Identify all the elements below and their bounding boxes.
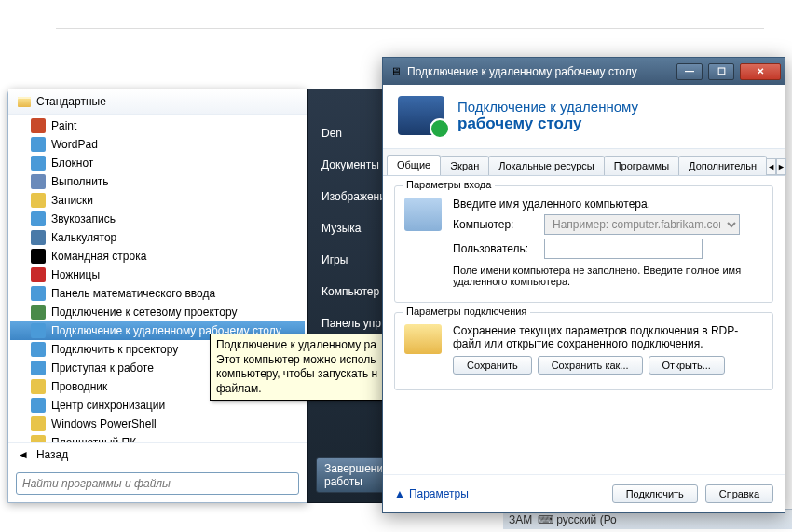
close-button[interactable]: ✕ <box>740 63 781 80</box>
tab[interactable]: Программы <box>604 156 679 175</box>
login-legend: Параметры входа <box>403 179 495 190</box>
folder-open-icon <box>404 324 442 354</box>
maximize-button[interactable]: ☐ <box>708 63 734 80</box>
program-icon <box>31 286 46 301</box>
program-icon <box>31 267 46 282</box>
banner-text: Подключение к удаленному рабочему столу <box>457 99 638 133</box>
lang-label: русский (Ро <box>556 513 617 526</box>
program-icon <box>31 305 46 320</box>
start-menu-item-label: Звукозапись <box>51 212 116 225</box>
tab-scroll-right[interactable]: ► <box>776 158 786 175</box>
computer-icon <box>404 198 442 231</box>
program-icon <box>31 137 46 152</box>
start-menu-item-label: Записки <box>51 194 93 207</box>
save-button[interactable]: Сохранить <box>453 356 532 375</box>
program-icon <box>31 193 46 208</box>
program-icon <box>31 156 46 171</box>
start-menu-item[interactable]: Windows PowerShell <box>10 415 305 433</box>
start-menu-item[interactable]: Записки <box>10 191 305 210</box>
program-icon <box>31 379 46 394</box>
start-menu-item[interactable]: Звукозапись <box>10 210 305 228</box>
start-menu-item-label: Проводник <box>51 380 107 393</box>
login-intro: Введите имя удаленного компьютера. <box>453 198 763 211</box>
search-input[interactable] <box>16 472 299 495</box>
start-menu-item-label: Центр синхронизации <box>51 399 165 412</box>
rdp-banner-icon <box>398 96 444 135</box>
start-menu-item-label: Калькулятор <box>51 231 116 244</box>
start-menu-item-label: Ножницы <box>51 268 100 281</box>
tab[interactable]: Дополнительн <box>678 156 767 175</box>
conn-intro: Сохранение текущих параметров подключени… <box>453 324 763 350</box>
program-icon <box>31 230 46 245</box>
start-menu-item[interactable]: Paint <box>10 116 305 135</box>
tab-body: Параметры входа Введите имя удаленного к… <box>383 176 785 474</box>
minimize-button[interactable]: — <box>676 63 703 80</box>
start-menu-item[interactable]: Подключение к сетевому проектору <box>10 303 305 321</box>
computer-label: Компьютер: <box>453 218 537 231</box>
start-menu-item-label: Выполнить <box>51 175 109 188</box>
caps-indicator: ЗАМ <box>509 513 532 526</box>
start-menu-item[interactable]: Планшетный ПК <box>10 433 305 442</box>
search-wrap <box>16 472 299 495</box>
back-arrow-icon: ◄ <box>18 448 29 461</box>
tooltip-title: Подключение к удаленному ра <box>216 338 399 353</box>
login-groupbox: Параметры входа Введите имя удаленного к… <box>394 185 773 303</box>
start-menu-item[interactable]: Ножницы <box>10 266 305 284</box>
user-input[interactable] <box>544 239 703 259</box>
banner: Подключение к удаленному рабочему столу <box>383 85 785 149</box>
start-menu-item[interactable]: Блокнот <box>10 154 305 172</box>
folder-icon <box>18 97 31 107</box>
params-label: Параметры <box>409 487 469 500</box>
params-toggle[interactable]: ▲ Параметры <box>394 487 469 500</box>
start-menu-item-label: Подключить к проектору <box>51 343 178 356</box>
program-icon <box>31 249 46 264</box>
conn-legend: Параметры подключения <box>403 306 530 317</box>
start-menu-item[interactable]: WordPad <box>10 135 305 154</box>
open-button[interactable]: Открыть... <box>649 356 725 375</box>
keyboard-icon: ⌨ <box>538 513 553 526</box>
program-icon <box>31 342 46 357</box>
start-menu-item[interactable]: Калькулятор <box>10 228 305 247</box>
lang-indicator[interactable]: ⌨ русский (Ро <box>538 513 617 526</box>
start-menu-item-label: Подключение к сетевому проектору <box>51 306 237 319</box>
rdp-app-icon: 🖥 <box>390 65 402 78</box>
tooltip-body: Этот компьютер можно исполь компьютеру, … <box>216 353 399 397</box>
start-menu-item-label: Windows PowerShell <box>51 417 157 430</box>
program-icon <box>31 435 46 442</box>
connection-groupbox: Параметры подключения Сохранение текущих… <box>394 312 773 390</box>
back-button[interactable]: ◄ Назад <box>8 442 307 467</box>
start-menu-header: Стандартные <box>8 89 307 115</box>
program-icon <box>31 361 46 375</box>
tooltip: Подключение к удаленному ра Этот компьют… <box>210 334 405 401</box>
login-hint: Поле имени компьютера не заполнено. Введ… <box>453 265 763 287</box>
computer-combo[interactable]: Например: computer.fabrikam.com <box>544 214 740 235</box>
banner-line2: рабочему столу <box>457 115 638 133</box>
connect-button[interactable]: Подключить <box>612 484 698 503</box>
program-icon <box>31 398 46 413</box>
user-label: Пользователь: <box>453 242 537 255</box>
start-menu-item[interactable]: Командная строка <box>10 247 305 266</box>
program-icon <box>31 416 46 431</box>
start-menu-item-label: Панель математического ввода <box>51 287 215 300</box>
program-icon <box>31 323 46 338</box>
ruler-area <box>0 0 792 37</box>
tab[interactable]: Общие <box>387 155 441 175</box>
start-menu-title: Стандартные <box>36 95 106 108</box>
start-menu-item-label: Блокнот <box>51 157 93 170</box>
start-menu-item[interactable]: Выполнить <box>10 172 305 191</box>
tabstrip: ОбщиеЭкранЛокальные ресурсыПрограммыДопо… <box>383 149 785 176</box>
tab[interactable]: Экран <box>440 156 489 175</box>
program-icon <box>31 211 46 226</box>
back-label: Назад <box>36 448 68 461</box>
program-icon <box>31 174 46 189</box>
titlebar[interactable]: 🖥 Подключение к удаленному рабочему стол… <box>383 58 785 85</box>
start-menu-item-label: Paint <box>51 119 76 132</box>
window-title: Подключение к удаленному рабочему столу <box>407 65 671 78</box>
help-button[interactable]: Справка <box>705 484 773 503</box>
start-menu-item[interactable]: Панель математического ввода <box>10 284 305 303</box>
tab[interactable]: Локальные ресурсы <box>488 156 604 175</box>
tab-scroll-left[interactable]: ◄ <box>766 158 776 175</box>
chevron-up-icon: ▲ <box>394 487 405 500</box>
banner-line1: Подключение к удаленному <box>457 99 638 115</box>
save-as-button[interactable]: Сохранить как... <box>538 356 643 375</box>
